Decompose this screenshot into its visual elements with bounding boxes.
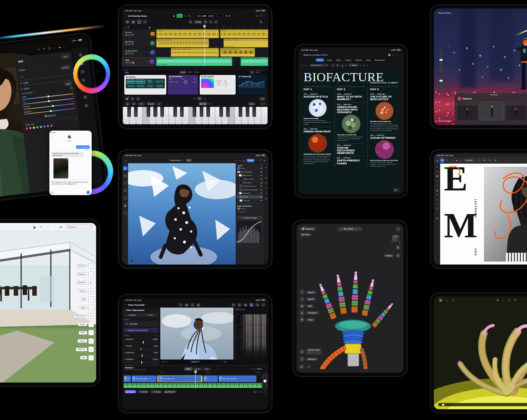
piano-key-black[interactable] [147, 107, 150, 117]
timeline-scrubber[interactable] [438, 403, 527, 406]
camera-icon[interactable]: ▣ [184, 303, 189, 306]
plugin-alchemy[interactable]: Alchemy Bright Synth Epic Synth Metallic… [124, 75, 166, 95]
zoom-percent[interactable]: 74 % [223, 361, 227, 363]
flip-horizontal-icon[interactable]: ⇋ [482, 158, 486, 162]
close-icon[interactable]: × [75, 118, 76, 120]
layer-row[interactable]: Top right [236, 198, 263, 202]
visibility-icon[interactable] [261, 200, 262, 201]
lasso-tool-icon[interactable]: ◌ [123, 181, 127, 185]
brush-opacity-slider[interactable] [440, 77, 442, 91]
materials-icon[interactable]: ◧ [88, 280, 94, 285]
tab-track[interactable]: Track [179, 71, 186, 74]
play-surface-button[interactable]: ▶Play [199, 102, 207, 105]
mixer-icon[interactable]: ≋ [204, 97, 206, 100]
record-enable-button[interactable]: R [131, 34, 134, 36]
region-keys-2[interactable]: Keyboard Player - Block Chords [220, 48, 255, 57]
layer-group-row[interactable]: ▾Sky (right) [236, 191, 263, 195]
add-attachment-button[interactable]: + [51, 191, 54, 194]
layer-row[interactable]: Saturation boost [236, 184, 263, 188]
record-icon[interactable] [439, 299, 442, 302]
region-bass-1[interactable]: Bass Player - India Disco [156, 39, 209, 47]
stop-button[interactable]: ■ [173, 15, 175, 17]
visibility-icon[interactable] [261, 196, 262, 197]
layer-filter-icon[interactable]: ⇅ [261, 165, 262, 167]
mute-button[interactable]: M [125, 43, 128, 46]
scale-button[interactable]: Scale [248, 102, 256, 105]
cycle-button[interactable]: ↻ [189, 14, 190, 17]
help-icon[interactable]: ? [88, 355, 94, 361]
contrast-slider[interactable]: ◑Contrast4.41 [124, 345, 158, 350]
visibility-icon[interactable] [261, 171, 262, 173]
notes-icon[interactable]: ▯ [136, 97, 140, 101]
region-pads-2[interactable]: Keyboard Player - Simple Pad [240, 57, 269, 66]
split-keyboard-button[interactable]: ◫ [131, 102, 136, 105]
plant-render[interactable] [434, 296, 527, 409]
blue-swatch[interactable] [43, 125, 45, 128]
undo-icon[interactable]: ↩ [37, 48, 40, 51]
color-disable-icon[interactable]: ⃠ [232, 303, 236, 306]
more-icon[interactable]: ⋯ [229, 361, 231, 363]
video-preview[interactable] [160, 308, 233, 360]
underline-button[interactable]: U [342, 64, 343, 66]
grid-icon[interactable]: ▦ [243, 303, 248, 306]
more-panels-icon[interactable]: ⋯ [265, 203, 267, 205]
drive-knob[interactable] [184, 80, 188, 84]
font-size-selector[interactable] [330, 63, 335, 67]
preset-selector[interactable]: ‹Default› [464, 159, 475, 162]
color-wheel-icon[interactable] [388, 54, 390, 56]
indent-icon[interactable]: ⇥ [367, 64, 369, 66]
drag-on-image-button[interactable]: ✎Drag on image [236, 216, 263, 219]
split-left-icon[interactable]: ⇤ [261, 390, 262, 393]
editor-button[interactable]: ✎Editor [348, 63, 358, 67]
document-page[interactable]: BIOFACTURE INNOVATION SUMMIT DAY 1 2PM —… [300, 68, 402, 194]
tab-clip[interactable]: Clip [184, 367, 192, 371]
panel-soften[interactable]: Soften◑ [79, 330, 94, 335]
zoom-level[interactable]: 26% [186, 159, 192, 162]
piano-key-black[interactable] [252, 107, 256, 117]
track-header-pads[interactable]: 4 PadsMSR [122, 57, 156, 66]
region-drummer-2[interactable]: Drummer [220, 29, 268, 38]
overwrite-icon[interactable]: ⧉ [254, 368, 255, 370]
preset-cell[interactable]: Dark Arp [145, 85, 154, 88]
modeling-menu-button[interactable]: Modeling [299, 227, 316, 231]
decay-knob[interactable] [217, 82, 221, 86]
preset-cell[interactable]: Synth Pluck [127, 85, 135, 88]
layer-row[interactable]: Sweat...ooster [236, 177, 263, 181]
italic-button[interactable]: I [340, 64, 340, 66]
magenta-swatch[interactable] [50, 125, 52, 127]
display-icon[interactable]: ∞ [88, 322, 94, 327]
zoom-tool-icon[interactable]: ⌕ [123, 211, 127, 215]
eraser-icon[interactable]: ◪ [436, 189, 438, 191]
red-swatch[interactable] [26, 127, 28, 129]
bar-ruler[interactable]: 1234567891011121314151617 [156, 25, 268, 29]
text-color-icon[interactable]: A∨ [345, 64, 347, 66]
compare-icon[interactable]: ◎ [238, 303, 242, 306]
piano-key-black[interactable] [246, 107, 249, 117]
browse-button[interactable]: Browse [60, 65, 71, 70]
photo-attachment[interactable]: ⊗ [53, 158, 68, 178]
mic-icon[interactable]: ▯ [190, 303, 194, 306]
project-title[interactable]: Video Final Edit [128, 304, 145, 306]
app-icon[interactable]: A [440, 158, 444, 163]
back-icon[interactable]: ‹ [124, 309, 125, 311]
more-icon[interactable]: ⋯ [264, 71, 265, 73]
select-tool-icon[interactable] [32, 225, 36, 229]
curves-graph[interactable] [236, 220, 262, 243]
touch-shortcut[interactable] [130, 259, 134, 262]
tab-review[interactable]: Review [354, 58, 364, 62]
connect-icon[interactable]: ∞ [250, 368, 252, 370]
tracks-view-icon[interactable]: ▤ [125, 20, 130, 24]
search-icon[interactable]: ⌕ [395, 53, 396, 56]
timeline-clip[interactable]: Skyline_Blue_Wide [132, 375, 157, 382]
track-header-options-icon[interactable]: ▣ [148, 26, 150, 29]
undo-icon[interactable]: ↩ [235, 159, 237, 162]
gallery-icon[interactable]: ⊞ [436, 159, 438, 162]
undo-icon[interactable]: ↩ [301, 64, 303, 66]
piano-key-black[interactable] [153, 107, 157, 117]
hand-model-graphic[interactable] [305, 243, 398, 369]
mute-button[interactable]: M [125, 62, 128, 64]
plugin-chromaverb[interactable]: ChromaVerb Decay Time Wet [200, 75, 236, 95]
bluetooth-icon[interactable]: ʙ [131, 97, 134, 101]
panel-materials[interactable]: Materials◧ [76, 280, 94, 285]
layer-row[interactable]: Yellow desaturation [236, 188, 263, 192]
